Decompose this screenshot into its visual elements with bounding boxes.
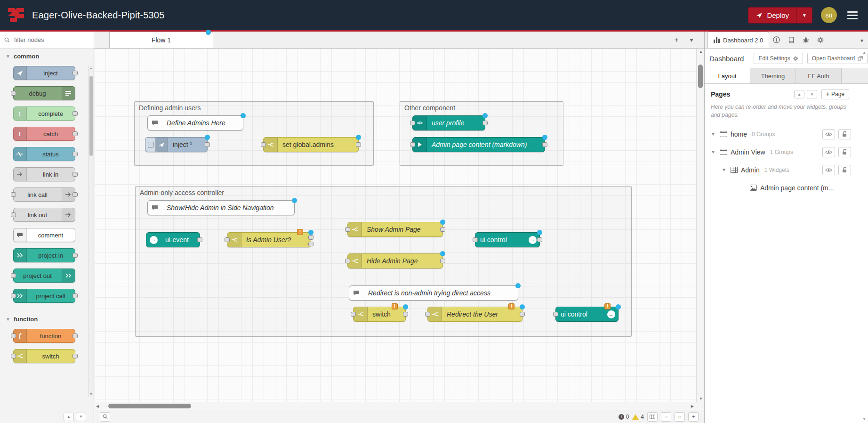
node-comment-show-hide[interactable]: Show/Hide Admin in Side Navigation <box>147 200 295 215</box>
tab-info[interactable] <box>769 32 784 48</box>
node-redirect-the-user[interactable]: Redirect the User ! <box>427 307 522 322</box>
navigator-toggle-button[interactable] <box>647 412 658 422</box>
scrollbar-thumb[interactable] <box>89 76 93 156</box>
lock-button[interactable] <box>838 129 851 139</box>
palette-node-comment[interactable]: comment <box>13 228 75 242</box>
scroll-right-arrow[interactable]: ▶ <box>691 404 694 408</box>
tab-help[interactable] <box>784 32 798 48</box>
add-flow-button[interactable]: + <box>670 34 683 46</box>
flow-canvas[interactable]: Defining admin users Other component Adm… <box>94 49 704 402</box>
scrollbar-thumb[interactable] <box>108 404 191 408</box>
chevron-down-icon[interactable]: ▼ <box>722 167 727 172</box>
node-switch[interactable]: switch ! <box>353 307 406 322</box>
node-comment-redirect[interactable]: Redirect is non-admin trying direct acce… <box>349 285 518 301</box>
palette-node-link-in[interactable]: link in <box>13 167 75 181</box>
output-port[interactable] <box>205 142 210 147</box>
node-ui-control-1[interactable]: ui control → <box>475 232 540 247</box>
palette-filter-input[interactable] <box>13 36 89 44</box>
palette-category-common[interactable]: ▼ common <box>0 49 88 63</box>
output-port-2[interactable] <box>308 242 313 246</box>
add-page-button[interactable]: + Page <box>821 89 849 99</box>
input-port[interactable] <box>473 237 478 242</box>
expand-all-button[interactable]: ▼ <box>76 413 86 421</box>
visibility-button[interactable] <box>822 147 835 157</box>
sidebar-menu-caret[interactable]: ▼ <box>860 38 864 43</box>
tab-theming[interactable]: Theming <box>750 68 796 83</box>
zoom-out-button[interactable]: − <box>661 412 671 422</box>
palette-node-project-in[interactable]: project in <box>13 248 75 262</box>
palette-node-project-call[interactable]: project call <box>13 289 75 303</box>
scroll-down-arrow[interactable]: ▼ <box>88 392 94 396</box>
input-port[interactable] <box>553 312 558 317</box>
tab-config-nodes[interactable] <box>813 32 828 48</box>
warning-count[interactable]: 4 <box>632 414 644 420</box>
tab-debug[interactable] <box>798 32 813 48</box>
open-dashboard-button[interactable]: Open Dashboard <box>807 53 868 64</box>
node-ui-event[interactable]: → ui-event <box>146 232 200 247</box>
zoom-in-button[interactable]: + <box>688 412 699 422</box>
input-port[interactable] <box>261 142 266 147</box>
palette-node-link-out[interactable]: link out <box>13 208 75 222</box>
output-port[interactable] <box>197 237 202 242</box>
scroll-up-arrow[interactable]: ▲ <box>699 49 703 54</box>
error-count[interactable]: ! 0 <box>619 414 629 420</box>
tree-row-home[interactable]: ▼ home 0 Groups <box>705 125 868 143</box>
palette-node-catch[interactable]: ! catch <box>13 127 75 141</box>
palette-node-inject[interactable]: inject <box>13 66 75 80</box>
palette-node-function[interactable]: f function <box>13 329 75 343</box>
scroll-down-arrow[interactable]: ▼ <box>699 397 703 401</box>
input-port[interactable] <box>410 121 415 125</box>
output-port[interactable] <box>440 259 445 263</box>
output-port[interactable] <box>440 227 445 232</box>
palette-node-status[interactable]: status <box>13 147 75 161</box>
output-port[interactable] <box>520 312 525 317</box>
tab-layout[interactable]: Layout <box>705 68 750 83</box>
edit-settings-button[interactable]: Edit Settings <box>754 53 803 64</box>
input-port[interactable] <box>225 237 230 242</box>
output-port[interactable] <box>403 312 408 317</box>
chevron-down-icon[interactable]: ▼ <box>711 149 716 155</box>
scrollbar-thumb[interactable] <box>698 65 703 88</box>
scroll-down-arrow[interactable]: ▼ <box>862 417 866 421</box>
node-hide-admin-page[interactable]: Hide Admin Page <box>347 253 443 268</box>
palette-node-switch[interactable]: switch <box>13 349 75 363</box>
visibility-button[interactable] <box>822 165 835 175</box>
flow-list-button[interactable]: ▼ <box>685 34 698 46</box>
node-user-profile[interactable]: </> user profile <box>412 115 485 130</box>
output-port[interactable] <box>482 121 488 125</box>
node-admin-page-content[interactable]: Admin page content (markdown) <box>412 137 545 152</box>
move-down-button[interactable]: ▼ <box>807 90 817 98</box>
palette-node-complete[interactable]: ! complete <box>13 106 75 121</box>
lock-button[interactable] <box>838 165 851 175</box>
tree-row-admin-view[interactable]: ▼ Admin View 1 Groups <box>705 143 868 161</box>
chevron-down-icon[interactable]: ▼ <box>711 131 716 137</box>
tab-dashboard-2[interactable]: Dashboard 2.0 <box>707 32 769 48</box>
tab-ff-auth[interactable]: FF Auth <box>796 68 842 83</box>
scroll-up-arrow[interactable]: ▲ <box>862 50 866 55</box>
output-port[interactable] <box>356 142 361 147</box>
canvas-search-button[interactable] <box>100 412 110 422</box>
group-defining-admin-users[interactable]: Defining admin users <box>134 101 374 166</box>
input-port[interactable] <box>351 312 356 317</box>
tree-row-admin-group[interactable]: ▼ Admin 1 Widgets <box>705 161 868 179</box>
output-port[interactable] <box>537 237 542 242</box>
zoom-reset-button[interactable]: ○ <box>675 412 685 422</box>
deploy-button[interactable]: Deploy <box>748 8 796 23</box>
palette-node-link-call[interactable]: link call <box>13 187 75 202</box>
node-is-admin-user[interactable]: Is Admin User? ! <box>227 232 311 247</box>
output-port-1[interactable] <box>308 235 313 240</box>
output-port[interactable] <box>542 142 547 147</box>
node-ui-control-2[interactable]: ui control → ! <box>555 307 619 322</box>
user-avatar[interactable]: su <box>821 7 837 23</box>
collapse-all-button[interactable]: ▲ <box>64 413 74 421</box>
palette-node-project-out[interactable]: project out <box>13 268 75 283</box>
input-port[interactable] <box>345 227 350 232</box>
deploy-options-button[interactable]: ▼ <box>796 8 812 23</box>
visibility-button[interactable] <box>822 129 835 139</box>
node-inject[interactable]: inject ¹ <box>145 137 208 152</box>
flow-tab[interactable]: Flow 1 <box>109 32 213 48</box>
palette-node-debug[interactable]: debug <box>13 86 75 100</box>
input-port[interactable] <box>425 312 430 317</box>
group-other-component[interactable]: Other component <box>400 101 563 166</box>
input-port[interactable] <box>345 259 350 263</box>
